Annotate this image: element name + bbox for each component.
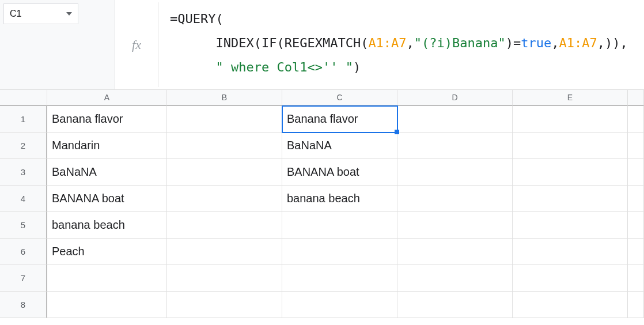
cell-D4[interactable] [397, 186, 513, 212]
name-box[interactable]: C1 [3, 3, 78, 24]
cell-E2[interactable] [513, 133, 628, 159]
column-header-row: ABCDE [0, 90, 644, 106]
row-header-3[interactable]: 3 [0, 159, 47, 186]
spreadsheet-grid: ABCDE 1Banana flavorBanana flavor2Mandar… [0, 90, 644, 318]
formula-token: A1:A7 [368, 36, 406, 50]
cell-E1[interactable] [513, 106, 628, 133]
formula-token: ,)), [597, 36, 628, 50]
formula-token: ) [353, 60, 361, 74]
cell-D7[interactable] [397, 265, 513, 292]
row-header-6[interactable]: 6 [0, 239, 47, 265]
table-row: 1Banana flavorBanana flavor [0, 106, 644, 133]
column-header-extra[interactable] [628, 90, 644, 106]
cell-E3[interactable] [513, 159, 628, 186]
formula-token: INDEX(IF(REGEXMATCH( [170, 36, 368, 50]
column-header-B[interactable]: B [167, 90, 282, 106]
cell-B2[interactable] [167, 133, 282, 159]
select-all-corner[interactable] [0, 90, 47, 106]
cell-B6[interactable] [167, 239, 282, 265]
cell-B4[interactable] [167, 186, 282, 212]
cell-A4[interactable]: BANANA boat [47, 186, 167, 212]
cell-C4[interactable]: banana beach [282, 186, 397, 212]
fx-icon: fx [115, 2, 158, 87]
cell-E4[interactable] [513, 186, 628, 212]
table-row: 6Peach [0, 239, 644, 265]
cell-A2[interactable]: Mandarin [47, 133, 167, 159]
formula-token: " where Col1<>'' " [215, 60, 353, 74]
cell-extra[interactable] [628, 106, 644, 133]
column-header-D[interactable]: D [397, 90, 513, 106]
cell-extra[interactable] [628, 292, 644, 318]
cell-D8[interactable] [397, 292, 513, 318]
chevron-down-icon[interactable] [66, 12, 72, 16]
table-row: 7 [0, 265, 644, 292]
cell-extra[interactable] [628, 265, 644, 292]
cell-D1[interactable] [397, 106, 513, 133]
cell-B8[interactable] [167, 292, 282, 318]
cell-E7[interactable] [513, 265, 628, 292]
formula-token: , [551, 36, 559, 50]
row-header-7[interactable]: 7 [0, 265, 47, 292]
cell-D6[interactable] [397, 239, 513, 265]
formula-token: A1:A7 [559, 36, 597, 50]
cell-C5[interactable] [282, 212, 397, 239]
cell-E5[interactable] [513, 212, 628, 239]
cell-C8[interactable] [282, 292, 397, 318]
cell-B5[interactable] [167, 212, 282, 239]
formula-line: " where Col1<>'' ") [170, 55, 632, 80]
cell-B7[interactable] [167, 265, 282, 292]
cell-C3[interactable]: BANANA boat [282, 159, 397, 186]
cell-C2[interactable]: BaNaNA [282, 133, 397, 159]
column-header-E[interactable]: E [513, 90, 628, 106]
row-header-5[interactable]: 5 [0, 212, 47, 239]
table-row: 4BANANA boatbanana beach [0, 186, 644, 212]
cell-extra[interactable] [628, 186, 644, 212]
column-header-A[interactable]: A [47, 90, 167, 106]
formula-token: "(?i)Banana" [414, 36, 506, 50]
cell-extra[interactable] [628, 133, 644, 159]
cell-C7[interactable] [282, 265, 397, 292]
cell-A8[interactable] [47, 292, 167, 318]
row-header-8[interactable]: 8 [0, 292, 47, 318]
cell-extra[interactable] [628, 212, 644, 239]
name-box-value: C1 [10, 9, 66, 19]
formula-input[interactable]: =QUERY( INDEX(IF(REGEXMATCH(A1:A7,"(?i)B… [158, 2, 644, 84]
formula-token: =QUERY( [170, 12, 223, 26]
cell-extra[interactable] [628, 239, 644, 265]
cell-A7[interactable] [47, 265, 167, 292]
formula-line: =QUERY( [170, 7, 632, 31]
formula-bar-area: C1 fx =QUERY( INDEX(IF(REGEXMATCH(A1:A7,… [0, 0, 644, 90]
cell-D5[interactable] [397, 212, 513, 239]
row-header-2[interactable]: 2 [0, 133, 47, 159]
cell-D3[interactable] [397, 159, 513, 186]
cell-C6[interactable] [282, 239, 397, 265]
cell-C1[interactable]: Banana flavor [282, 106, 397, 133]
cell-E6[interactable] [513, 239, 628, 265]
table-row: 3BaNaNABANANA boat [0, 159, 644, 186]
table-row: 5banana beach [0, 212, 644, 239]
cell-A1[interactable]: Banana flavor [47, 106, 167, 133]
cell-A6[interactable]: Peach [47, 239, 167, 265]
table-row: 2MandarinBaNaNA [0, 133, 644, 159]
column-header-C[interactable]: C [282, 90, 397, 106]
cell-A3[interactable]: BaNaNA [47, 159, 167, 186]
cell-E8[interactable] [513, 292, 628, 318]
formula-token [170, 60, 215, 74]
formula-token: , [407, 36, 414, 50]
formula-line: INDEX(IF(REGEXMATCH(A1:A7,"(?i)Banana")=… [170, 31, 632, 55]
formula-token: true [521, 36, 551, 50]
cell-B1[interactable] [167, 106, 282, 133]
cell-A5[interactable]: banana beach [47, 212, 167, 239]
name-box-wrapper: C1 [0, 0, 115, 89]
cell-D2[interactable] [397, 133, 513, 159]
table-row: 8 [0, 292, 644, 318]
cell-B3[interactable] [167, 159, 282, 186]
row-header-4[interactable]: 4 [0, 186, 47, 212]
formula-token: )= [506, 36, 521, 50]
row-header-1[interactable]: 1 [0, 106, 47, 133]
cell-extra[interactable] [628, 159, 644, 186]
fx-section: fx =QUERY( INDEX(IF(REGEXMATCH(A1:A7,"(?… [115, 0, 644, 89]
